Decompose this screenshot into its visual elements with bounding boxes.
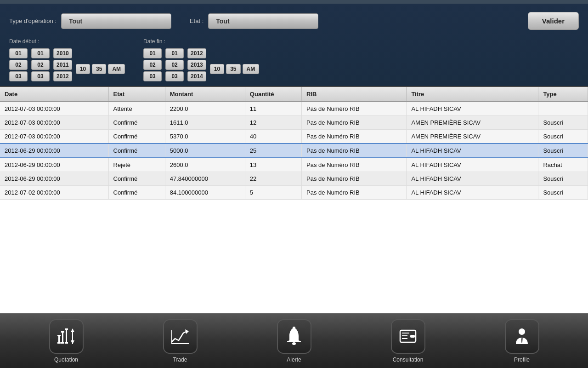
type-dropdown[interactable]: Tout xyxy=(61,13,171,29)
table-row[interactable]: 2012-06-29 00:00:00Rejeté2600.013Pas de … xyxy=(0,158,588,172)
table-cell: Pas de Numéro RIB xyxy=(302,158,407,172)
nav-quotation[interactable]: Quotation xyxy=(49,319,84,363)
table-row[interactable]: 2012-07-03 00:00:00Confirmé5370.040Pas d… xyxy=(0,130,588,144)
col-rib: RIB xyxy=(302,87,407,102)
table-cell: Confirmé xyxy=(108,130,165,144)
date-fin-month-1[interactable]: 01 xyxy=(165,48,184,58)
nav-consultation[interactable]: Consultation xyxy=(391,319,425,363)
date-fin-day-1[interactable]: 01 xyxy=(143,48,162,58)
date-fin-label: Date fin : xyxy=(143,38,259,45)
top-bar xyxy=(0,0,588,4)
table-cell: 2012-07-03 00:00:00 xyxy=(0,116,108,130)
date-debut-day-1[interactable]: 01 xyxy=(9,48,28,58)
table-cell: 25 xyxy=(245,144,301,158)
date-debut-ampm[interactable]: AM xyxy=(108,64,125,74)
date-fin-month-3[interactable]: 03 xyxy=(165,71,184,81)
operations-table: Date Etat Montant Quantité RIB Titre Typ… xyxy=(0,87,588,200)
svg-rect-6 xyxy=(66,329,67,342)
date-debut-year-3[interactable]: 2012 xyxy=(53,71,72,81)
table-cell: AL HIFADH SICAV xyxy=(407,102,538,116)
alerte-label: Alerte xyxy=(287,356,301,363)
table-cell: 2012-07-03 00:00:00 xyxy=(0,102,108,116)
date-fin-year-2[interactable]: 2013 xyxy=(187,60,206,70)
date-fin-hour[interactable]: 10 xyxy=(210,64,224,74)
date-debut-minute[interactable]: 35 xyxy=(92,64,106,74)
date-debut-time: 10 35 AM xyxy=(76,64,125,74)
svg-marker-11 xyxy=(71,340,74,344)
date-debut-group: Date début : 01 02 03 01 02 03 2010 2011 xyxy=(9,38,125,81)
svg-marker-12 xyxy=(185,329,189,334)
svg-rect-1 xyxy=(57,335,61,336)
nav-profile[interactable]: Profile xyxy=(505,319,539,363)
table-cell: 2012-06-29 00:00:00 xyxy=(0,144,108,158)
table-cell: 2012-07-03 00:00:00 xyxy=(0,130,108,144)
table-cell: Rachat xyxy=(538,158,588,172)
table-cell: Souscri xyxy=(538,116,588,130)
trade-icon xyxy=(163,319,198,354)
table-cell: AMEN PREMIÈRE SICAV xyxy=(407,130,538,144)
date-fin-year-3[interactable]: 2014 xyxy=(187,71,206,81)
valider-button[interactable]: Valider xyxy=(528,12,579,30)
nav-trade[interactable]: Trade xyxy=(163,319,198,363)
svg-rect-14 xyxy=(171,330,172,343)
date-fin-year-1[interactable]: 2012 xyxy=(187,48,206,58)
svg-marker-9 xyxy=(71,328,74,332)
etat-dropdown[interactable]: Tout xyxy=(208,13,318,29)
svg-rect-18 xyxy=(410,335,415,338)
table-row[interactable]: 2012-07-03 00:00:00Attente2200.011Pas de… xyxy=(0,102,588,116)
table-cell: Pas de Numéro RIB xyxy=(302,116,407,130)
col-type: Type xyxy=(538,87,588,102)
date-fin-days: 01 02 03 xyxy=(143,48,162,81)
col-titre: Titre xyxy=(407,87,538,102)
date-fin-month-2[interactable]: 02 xyxy=(165,60,184,70)
table-cell: 2012-06-29 00:00:00 xyxy=(0,172,108,186)
table-cell: AMEN PREMIÈRE SICAV xyxy=(407,116,538,130)
svg-rect-2 xyxy=(57,342,61,344)
nav-alerte[interactable]: Alerte xyxy=(277,319,311,363)
table-cell: 5000.0 xyxy=(165,144,245,158)
date-debut-day-2[interactable]: 02 xyxy=(9,60,28,70)
date-debut-months: 01 02 03 xyxy=(31,48,50,81)
date-debut-month-1[interactable]: 01 xyxy=(31,48,50,58)
svg-rect-5 xyxy=(61,342,64,344)
date-fin-ampm[interactable]: AM xyxy=(243,64,260,74)
date-fin-day-2[interactable]: 02 xyxy=(143,60,162,70)
table-cell: AL HIFADH SICAV xyxy=(407,172,538,186)
table-cell: 2600.0 xyxy=(165,158,245,172)
svg-rect-7 xyxy=(65,328,68,330)
table-row[interactable]: 2012-07-03 00:00:00Confirmé1611.012Pas d… xyxy=(0,116,588,130)
date-debut-year-1[interactable]: 2010 xyxy=(53,48,72,58)
table-cell: Attente xyxy=(108,102,165,116)
table-row[interactable]: 2012-07-02 00:00:00Confirmé84.1000000005… xyxy=(0,186,588,200)
table-cell: 2012-07-02 00:00:00 xyxy=(0,186,108,200)
type-label: Type d'opération : xyxy=(9,17,57,24)
col-montant: Montant xyxy=(165,87,245,102)
table-row[interactable]: 2012-06-29 00:00:00Confirmé47.8400000002… xyxy=(0,172,588,186)
profile-icon xyxy=(505,319,539,354)
table-cell: Rejeté xyxy=(108,158,165,172)
date-fin-day-3[interactable]: 03 xyxy=(143,71,162,81)
trade-label: Trade xyxy=(173,356,187,363)
filter-area: Type d'opération : Tout Etat : Tout Vali… xyxy=(0,4,588,87)
table-cell: Souscri xyxy=(538,144,588,158)
date-debut-label: Date début : xyxy=(9,38,125,45)
col-quantite: Quantité xyxy=(245,87,301,102)
col-date: Date xyxy=(0,87,108,102)
date-debut-years: 2010 2011 2012 xyxy=(53,48,72,81)
table-cell: AL HIFADH SICAV xyxy=(407,158,538,172)
table-cell: 40 xyxy=(245,130,301,144)
date-debut-month-2[interactable]: 02 xyxy=(31,60,50,70)
date-debut-day-3[interactable]: 03 xyxy=(9,71,28,81)
date-debut-year-2[interactable]: 2011 xyxy=(53,60,72,70)
date-fin-minute[interactable]: 35 xyxy=(226,64,240,74)
table-cell: 2200.0 xyxy=(165,102,245,116)
table-cell: Confirmé xyxy=(108,144,165,158)
profile-label: Profile xyxy=(514,356,530,363)
date-debut-month-3[interactable]: 03 xyxy=(31,71,50,81)
table-cell: Souscri xyxy=(538,172,588,186)
svg-rect-16 xyxy=(293,327,295,328)
svg-rect-13 xyxy=(171,343,189,344)
date-debut-hour[interactable]: 10 xyxy=(76,64,90,74)
date-fin-time: 10 35 AM xyxy=(210,64,259,74)
table-row[interactable]: 2012-06-29 00:00:00Confirmé5000.025Pas d… xyxy=(0,144,588,158)
